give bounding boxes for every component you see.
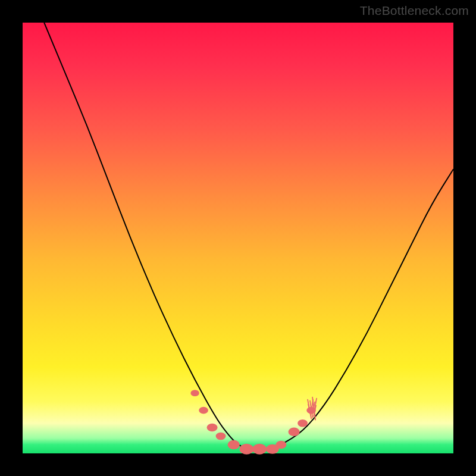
watermark-label: TheBottleneck.com — [360, 4, 469, 18]
chart-frame: TheBottleneck.com — [0, 0, 476, 476]
chart-plot-area — [23, 23, 453, 453]
